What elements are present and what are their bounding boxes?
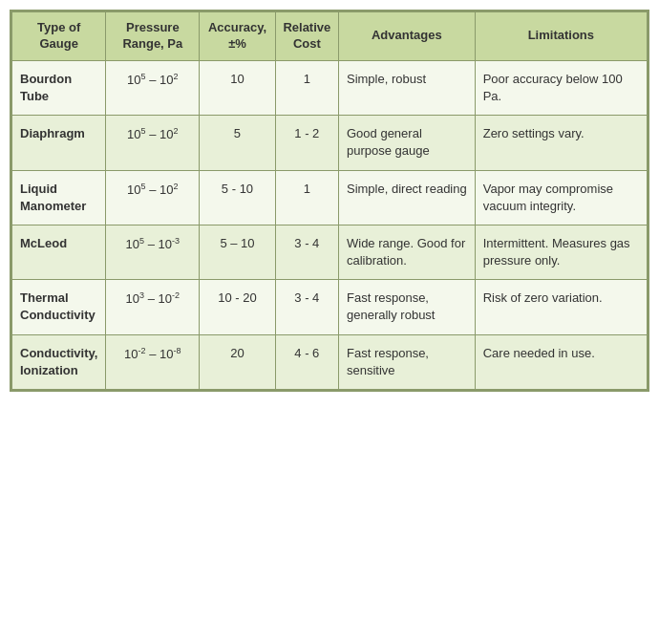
header-limitations: Limitations: [475, 12, 647, 61]
cell-accuracy: 10: [200, 60, 275, 115]
main-table-wrapper: Type ofGauge PressureRange, Pa Accuracy,…: [10, 10, 649, 392]
table-row: Thermal Conductivity103 – 10-210 - 203 -…: [12, 280, 648, 334]
cell-pressure: 105 – 10-3: [106, 225, 200, 279]
cell-limitations: Poor accuracy below 100 Pa.: [475, 60, 647, 115]
cell-gauge: McLeod: [12, 225, 106, 279]
header-pressure: PressureRange, Pa: [106, 12, 200, 61]
header-advantages: Advantages: [338, 12, 475, 61]
cell-gauge: Diaphragm: [12, 116, 106, 170]
cell-advantages: Simple, robust: [338, 60, 475, 115]
cell-advantages: Fast response, generally robust: [338, 280, 475, 334]
cell-pressure: 103 – 10-2: [106, 280, 200, 334]
cell-accuracy: 5: [200, 116, 275, 170]
cell-gauge: Liquid Manometer: [12, 170, 106, 225]
table-row: Conductivity, Ionization10-2 – 10-8204 -…: [12, 334, 648, 389]
cell-advantages: Simple, direct reading: [338, 170, 475, 225]
cell-limitations: Zero settings vary.: [475, 116, 647, 170]
cell-pressure: 10-2 – 10-8: [106, 334, 200, 389]
cell-cost: 3 - 4: [275, 225, 338, 279]
cell-cost: 1: [275, 60, 338, 115]
cell-accuracy: 5 – 10: [200, 225, 275, 279]
cell-accuracy: 5 - 10: [200, 170, 275, 225]
cell-pressure: 105 – 102: [106, 170, 200, 225]
cell-gauge: Thermal Conductivity: [12, 280, 106, 334]
cell-limitations: Risk of zero variation.: [475, 280, 647, 334]
table-row: Liquid Manometer105 – 1025 - 101Simple, …: [12, 170, 648, 225]
cell-accuracy: 20: [200, 334, 275, 389]
table-row: Bourdon Tube105 – 102101Simple, robustPo…: [12, 60, 648, 115]
cell-cost: 3 - 4: [275, 280, 338, 334]
table-body: Bourdon Tube105 – 102101Simple, robustPo…: [12, 60, 648, 389]
header-gauge: Type ofGauge: [12, 12, 106, 61]
table-row: McLeod105 – 10-35 – 103 - 4Wide range. G…: [12, 225, 648, 279]
table-row: Diaphragm105 – 10251 - 2Good general pur…: [12, 116, 648, 170]
cell-limitations: Intermittent. Measures gas pressure only…: [475, 225, 647, 279]
cell-gauge: Conductivity, Ionization: [12, 334, 106, 389]
cell-pressure: 105 – 102: [106, 60, 200, 115]
header-accuracy: Accuracy,±%: [200, 12, 275, 61]
cell-limitations: Vapor may compromise vacuum integrity.: [475, 170, 647, 225]
cell-cost: 1 - 2: [275, 116, 338, 170]
cell-cost: 1: [275, 170, 338, 225]
cell-pressure: 105 – 102: [106, 116, 200, 170]
cell-gauge: Bourdon Tube: [12, 60, 106, 115]
gauge-table: Type ofGauge PressureRange, Pa Accuracy,…: [11, 11, 648, 390]
cell-advantages: Good general purpose gauge: [338, 116, 475, 170]
cell-limitations: Care needed in use.: [475, 334, 647, 389]
cell-cost: 4 - 6: [275, 334, 338, 389]
cell-advantages: Fast response, sensitive: [338, 334, 475, 389]
cell-advantages: Wide range. Good for calibration.: [338, 225, 475, 279]
header-cost: RelativeCost: [275, 12, 338, 61]
cell-accuracy: 10 - 20: [200, 280, 275, 334]
header-row: Type ofGauge PressureRange, Pa Accuracy,…: [12, 12, 648, 61]
